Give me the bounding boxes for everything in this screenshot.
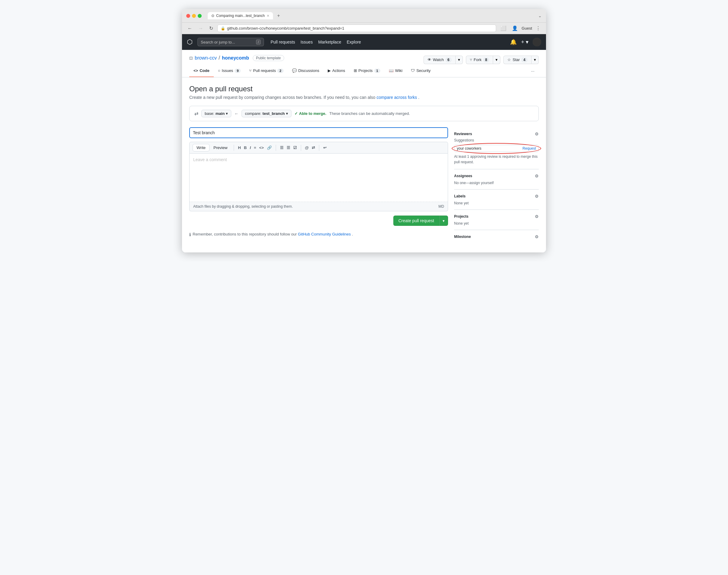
- heading-button[interactable]: H: [236, 144, 242, 151]
- back-button[interactable]: ←: [186, 25, 194, 32]
- watch-btn-group: 👁 Watch 6 ▾: [423, 56, 463, 64]
- fork-button[interactable]: ⑂ Fork 8: [466, 56, 493, 64]
- nav-more-button[interactable]: ···: [527, 65, 539, 77]
- repo-nav: <> Code ○ Issues 9 ⑂ Pull requests 2 💬 D…: [189, 65, 539, 77]
- write-tab[interactable]: Write: [193, 144, 209, 151]
- toolbar-separator-4: [319, 145, 319, 151]
- ordered-list-button[interactable]: ☰: [285, 144, 292, 151]
- compare-branch-chevron: ▾: [286, 111, 288, 116]
- preview-tab[interactable]: Preview: [209, 144, 231, 151]
- maximize-dot[interactable]: [198, 14, 202, 18]
- tab-security[interactable]: 🛡 Security: [407, 65, 435, 77]
- reviewers-gear-icon[interactable]: ⚙: [535, 132, 539, 136]
- notifications-icon[interactable]: 🔔: [510, 39, 517, 45]
- unordered-list-button[interactable]: ☰: [278, 144, 285, 151]
- browser-tab[interactable]: ⊙ Comparing main...test_branch ✕: [208, 12, 273, 19]
- link-button[interactable]: 🔗: [266, 144, 273, 151]
- request-button[interactable]: Request: [522, 146, 536, 150]
- bookmark-icon[interactable]: ⬜: [498, 25, 508, 32]
- tab-title: Comparing main...test_branch: [216, 13, 265, 18]
- bold-button[interactable]: B: [242, 144, 248, 151]
- github-favicon: ⊙: [211, 13, 214, 18]
- watch-dropdown[interactable]: ▾: [456, 56, 463, 64]
- undo-button[interactable]: ↩: [322, 144, 328, 151]
- watch-button[interactable]: 👁 Watch 6: [423, 56, 456, 64]
- comment-area[interactable]: Leave a comment: [189, 154, 448, 202]
- breadcrumb-separator: /: [218, 55, 220, 61]
- compare-branch-selector[interactable]: compare: test_branch ▾: [242, 110, 291, 117]
- close-dot[interactable]: [186, 14, 190, 18]
- assignees-gear-icon[interactable]: ⚙: [535, 173, 539, 178]
- base-branch-name: main: [215, 111, 224, 116]
- code-button[interactable]: <>: [257, 144, 265, 151]
- compare-forks-link[interactable]: compare across forks: [376, 95, 417, 100]
- projects-header: Projects ⚙: [454, 214, 539, 219]
- base-branch-selector[interactable]: base: main ▾: [201, 110, 231, 117]
- user-icon[interactable]: 👤: [510, 25, 520, 32]
- star-dropdown[interactable]: ▾: [531, 56, 539, 64]
- mention-button[interactable]: @: [304, 144, 311, 151]
- tab-close-icon[interactable]: ✕: [267, 14, 269, 18]
- coworkers-suggestion-row: your coworkers Request: [454, 145, 539, 152]
- tab-code[interactable]: <> Code: [189, 65, 214, 77]
- url-text: github.com/brown-ccv/honeycomb/compare/t…: [227, 26, 344, 31]
- star-button[interactable]: ☆ Star 4: [504, 56, 531, 64]
- tab-actions[interactable]: ▶ Actions: [323, 65, 349, 77]
- guest-label: Guest: [521, 26, 532, 31]
- submit-area: Create pull request ▾: [189, 215, 448, 226]
- tab-pull-requests[interactable]: ⑂ Pull requests 2: [245, 65, 287, 77]
- reviewers-section: Reviewers ⚙ Suggestions your coworkers R…: [454, 127, 539, 169]
- repo-actions: 👁 Watch 6 ▾ ⑂ Fork 8 ▾: [423, 56, 539, 64]
- security-icon: 🛡: [411, 68, 415, 73]
- fork-dropdown[interactable]: ▾: [493, 56, 500, 64]
- labels-gear-icon[interactable]: ⚙: [535, 194, 539, 199]
- quote-button[interactable]: ≡: [252, 144, 258, 151]
- create-pr-button[interactable]: Create pull request: [393, 215, 439, 226]
- add-menu-button[interactable]: + ▾: [521, 39, 528, 45]
- nav-explore[interactable]: Explore: [347, 40, 361, 44]
- merge-status: ✓ Able to merge.: [294, 111, 326, 116]
- new-tab-button[interactable]: +: [277, 13, 280, 19]
- milestone-header: Milestone ⚙: [454, 234, 539, 239]
- tab-discussions[interactable]: 💬 Discussions: [288, 65, 323, 77]
- projects-section: Projects ⚙ None yet: [454, 210, 539, 230]
- repo-visibility-badge: Public template: [253, 55, 284, 61]
- browser-titlebar: ⊙ Comparing main...test_branch ✕ + ⌄: [182, 9, 546, 23]
- community-guidelines-link[interactable]: GitHub Community Guidelines: [298, 232, 351, 236]
- nav-pull-requests[interactable]: Pull requests: [271, 40, 295, 44]
- github-logo[interactable]: ⬡: [187, 38, 193, 46]
- reviewers-note: At least 1 approving review is required …: [454, 154, 539, 165]
- toolbar-separator-2: [276, 145, 276, 151]
- task-list-button[interactable]: ☑: [292, 144, 299, 151]
- pr-title-input[interactable]: [189, 127, 448, 138]
- tab-wiki[interactable]: 📖 Wiki: [385, 65, 407, 77]
- compare-branch-name: test_branch: [263, 111, 285, 116]
- code-icon: <>: [194, 68, 198, 73]
- nav-marketplace[interactable]: Marketplace: [318, 40, 341, 44]
- attach-area[interactable]: Attach files by dragging & dropping, sel…: [189, 202, 448, 211]
- nav-issues[interactable]: Issues: [301, 40, 313, 44]
- repo-breadcrumb: ⊡ brown-ccv / honeycomb Public template: [189, 55, 284, 61]
- cross-reference-button[interactable]: ⇄: [310, 144, 316, 151]
- chevron-down-icon: ⌄: [538, 13, 542, 18]
- tab-projects[interactable]: ⊞ Projects 1: [349, 65, 385, 77]
- discussions-icon: 💬: [292, 68, 297, 73]
- github-search[interactable]: Search or jump to... /: [198, 38, 264, 46]
- tab-issues[interactable]: ○ Issues 9: [214, 65, 245, 77]
- refresh-button[interactable]: ↻: [207, 25, 215, 32]
- forward-button[interactable]: →: [197, 25, 205, 32]
- repo-name-link[interactable]: honeycomb: [222, 55, 249, 61]
- actions-icon: ▶: [328, 68, 331, 73]
- repo-owner-link[interactable]: brown-ccv: [195, 55, 217, 61]
- projects-empty: None yet: [454, 221, 469, 226]
- assignees-empty: No one—assign yourself: [454, 181, 494, 185]
- minimize-dot[interactable]: [192, 14, 196, 18]
- user-avatar[interactable]: [533, 38, 541, 46]
- more-options-icon[interactable]: ⋮: [534, 25, 542, 32]
- projects-gear-icon[interactable]: ⚙: [535, 214, 539, 219]
- create-pr-dropdown[interactable]: ▾: [439, 215, 448, 226]
- address-bar[interactable]: 🔒 github.com/brown-ccv/honeycomb/compare…: [217, 25, 496, 32]
- milestone-gear-icon[interactable]: ⚙: [535, 234, 539, 239]
- labels-header: Labels ⚙: [454, 194, 539, 199]
- italic-button[interactable]: I: [248, 144, 252, 151]
